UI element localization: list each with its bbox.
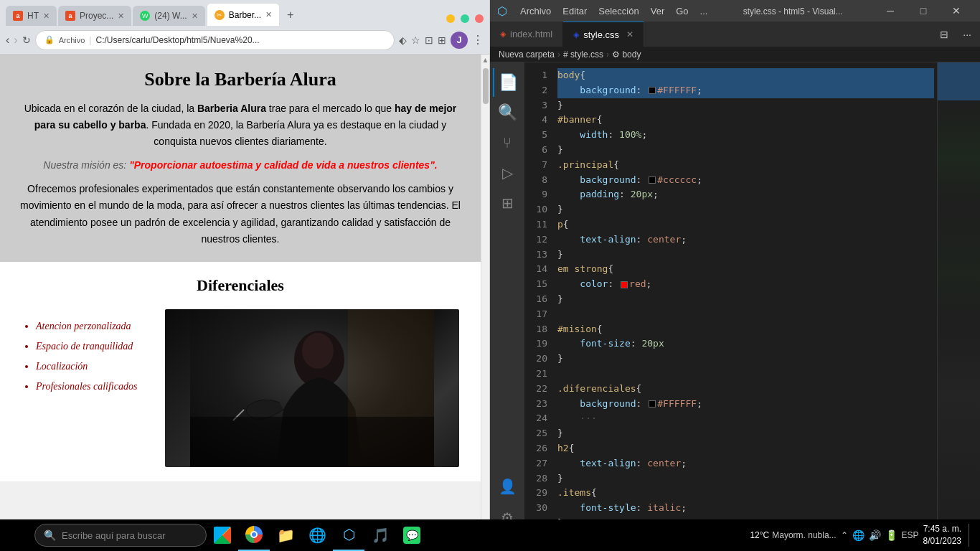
taskbar-app-vscode[interactable]: ⬡ xyxy=(333,519,364,551)
new-tab-button[interactable]: + xyxy=(281,6,299,24)
taskbar: ⊞ 🔍 Escribe aquí para buscar 📁 🌐 ⬡ 🎵 💬 ☁… xyxy=(0,519,980,551)
site-paragraph-2: Ofrecemos profesionales experimentados q… xyxy=(14,181,466,247)
editor-layout-button[interactable]: ⊟ xyxy=(934,22,954,47)
weather-icon: ☁ xyxy=(734,527,747,543)
code-content[interactable]: body{ background: #FFFFFF; } #banner{ wi… xyxy=(555,62,937,535)
menu-go[interactable]: Go xyxy=(672,6,692,17)
site-paragraph-1: Ubicada en el corazón de la ciudad, la B… xyxy=(14,100,466,150)
vscode-logo: ⬡ xyxy=(497,4,507,18)
taskbar-search-icon: 🔍 xyxy=(44,529,56,541)
tray-language[interactable]: ESP xyxy=(902,530,919,540)
site-section-diferenciales: Diferenciales Atencion perzonalizada Esp… xyxy=(0,262,481,481)
more-actions-button[interactable]: ··· xyxy=(960,22,974,47)
vscode-titlebar: ⬡ Archivo Editar Selección Ver Go ... st… xyxy=(490,0,980,22)
menu-ver[interactable]: Ver xyxy=(646,6,669,17)
activity-extensions[interactable]: ⊞ xyxy=(493,189,522,217)
menu-seleccion[interactable]: Selección xyxy=(594,6,643,17)
menu-more[interactable]: ... xyxy=(696,6,712,17)
back-button[interactable]: ‹ xyxy=(6,34,9,47)
address-bar[interactable]: 🔒 Archivo | C:/Users/carlu/Desktop/html5… xyxy=(35,30,395,50)
window-close[interactable] xyxy=(475,14,484,23)
activity-debug[interactable]: ▷ xyxy=(493,159,522,187)
address-text: C:/Users/carlu/Desktop/html5/Nueva%20... xyxy=(95,35,259,45)
tab-close-wa[interactable]: ✕ xyxy=(192,11,198,21)
tab-close-barber[interactable]: ✕ xyxy=(265,10,272,19)
activity-search[interactable]: 🔍 xyxy=(493,98,522,127)
vscode-maximize[interactable]: □ xyxy=(907,0,940,22)
show-desktop-button[interactable] xyxy=(969,524,971,547)
breadcrumb-part-3[interactable]: ⚙ body xyxy=(612,50,641,60)
reload-button[interactable]: ↻ xyxy=(22,34,31,46)
site-mision-prefix: Nuestra misión es: xyxy=(43,159,129,171)
tab-index-html[interactable]: ◈ index.html xyxy=(490,22,563,47)
tab-style-css[interactable]: ◈ style.css ✕ xyxy=(563,22,644,47)
taskbar-search[interactable]: 🔍 Escribe aquí para buscar xyxy=(34,524,207,547)
activity-explorer[interactable]: 📄 xyxy=(493,68,522,97)
user-avatar[interactable]: J xyxy=(451,32,468,49)
barber-image-svg xyxy=(165,309,459,467)
browser-menu-button[interactable]: ⋮ xyxy=(472,33,484,47)
taskbar-app-spotify[interactable]: 🎵 xyxy=(364,519,396,551)
scroll-up-arrow[interactable]: ▲ xyxy=(481,55,489,65)
tray-volume-icon[interactable]: 🔊 xyxy=(869,529,881,541)
menu-editar[interactable]: Editar xyxy=(558,6,591,17)
color-swatch-3 xyxy=(649,400,656,408)
tray-clock[interactable]: 7:45 a. m. 8/01/2023 xyxy=(923,523,961,547)
tab-options-button[interactable]: ⊡ xyxy=(425,34,433,46)
breadcrumb-part-1[interactable]: Nueva carpeta xyxy=(499,50,555,60)
tab-close-proyec[interactable]: ✕ xyxy=(118,11,124,21)
start-button[interactable]: ⊞ xyxy=(3,519,34,551)
code-line-30: font-style: italic; xyxy=(557,501,934,516)
bookmark-button[interactable]: ⬖ xyxy=(399,34,407,46)
browser-content: Sobre la Barbería Alura Ubicada en el co… xyxy=(0,55,489,519)
browser-tab-bar: a HT ✕ a Proyec... ✕ W (24) W... ✕ ✂ Bar… xyxy=(0,0,489,26)
address-prefix: Archivo xyxy=(59,36,85,44)
forward-button[interactable]: › xyxy=(14,34,17,47)
vscode-minimize[interactable]: ─ xyxy=(874,0,907,22)
tab-favicon-barber: ✂ xyxy=(215,10,225,20)
tab-label-ht: HT xyxy=(27,11,39,21)
tab-wa[interactable]: W (24) W... ✕ xyxy=(133,6,204,26)
browser-scrollbar[interactable]: ▲ xyxy=(481,55,489,519)
scroll-thumb[interactable] xyxy=(483,68,489,104)
code-line-1: body{ xyxy=(557,68,934,83)
site-diferenciales-list: Atencion perzonalizada Espacio de tranqu… xyxy=(22,316,151,397)
css-icon: ◈ xyxy=(573,30,579,39)
tab-label-barber: Barber... xyxy=(229,10,261,20)
taskbar-app-chrome[interactable] xyxy=(238,519,270,551)
window-maximize[interactable] xyxy=(461,14,469,23)
site-section-principal: Sobre la Barbería Alura Ubicada en el co… xyxy=(0,55,481,262)
activity-accounts[interactable]: 👤 xyxy=(493,472,522,501)
site-mision-text: "Proporcionar autoestima y calidad de vi… xyxy=(129,159,438,171)
code-line-2: background: #FFFFFF; xyxy=(557,83,934,98)
tray-network-icon[interactable]: 🌐 xyxy=(852,529,864,541)
code-line-7: .principal{ xyxy=(557,158,934,173)
taskbar-app-whatsapp[interactable]: 💬 xyxy=(396,519,428,551)
tab-close-ht[interactable]: ✕ xyxy=(43,11,50,21)
taskbar-app-edge[interactable]: 🌐 xyxy=(301,519,333,551)
taskbar-app-windows[interactable] xyxy=(207,519,238,551)
tray-weather[interactable]: ☁ 12°C Mayorm. nubla... xyxy=(734,527,836,543)
code-editor: 12345 678910 1112131415 1617181920 21222… xyxy=(524,62,980,535)
code-line-21 xyxy=(557,367,934,382)
star-button[interactable]: ☆ xyxy=(411,34,420,46)
menu-archivo[interactable]: Archivo xyxy=(516,6,555,17)
vscode-close[interactable]: ✕ xyxy=(940,0,973,22)
tray-battery-icon[interactable]: 🔋 xyxy=(885,529,897,541)
code-line-20: } xyxy=(557,352,934,367)
breadcrumb: Nueva carpeta › # style.css › ⚙ body xyxy=(490,47,980,62)
vscode-win-controls: ─ □ ✕ xyxy=(874,0,973,22)
tab-barber[interactable]: ✂ Barber... ✕ xyxy=(207,3,280,26)
activity-bar: 📄 🔍 ⑂ ▷ ⊞ 👤 ⚙ xyxy=(490,62,524,535)
activity-git[interactable]: ⑂ xyxy=(493,128,522,157)
tab-style-close[interactable]: ✕ xyxy=(626,29,633,39)
window-minimize[interactable] xyxy=(446,14,455,23)
tab-proyec[interactable]: a Proyec... ✕ xyxy=(58,6,131,26)
taskbar-app-explorer[interactable]: 📁 xyxy=(270,519,301,551)
tab-ht[interactable]: a HT ✕ xyxy=(6,6,57,26)
tab-label-wa: (24) W... xyxy=(154,11,187,21)
tray-expand[interactable]: ⌃ xyxy=(841,530,848,540)
split-button[interactable]: ⊞ xyxy=(438,34,446,46)
tray-time: 7:45 a. m. xyxy=(923,523,961,535)
breadcrumb-part-2[interactable]: # style.css xyxy=(563,50,603,60)
